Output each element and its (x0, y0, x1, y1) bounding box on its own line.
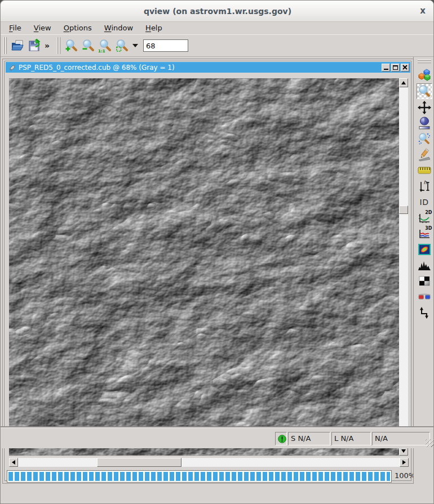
mars-terrain-image (9, 78, 399, 456)
menu-bar: File View Options Window Help (1, 22, 434, 34)
zoom-in-button[interactable] (63, 37, 80, 54)
scatter-plot-icon (418, 243, 431, 256)
menu-window[interactable]: Window (98, 22, 139, 34)
arrow-left-icon (12, 460, 15, 465)
progress-percent-label: 100% (395, 471, 415, 480)
menu-view[interactable]: View (28, 22, 57, 34)
viewport-minimize-button[interactable] (382, 64, 390, 72)
menu-options[interactable]: Options (57, 22, 98, 34)
toolbar-drag-handle[interactable] (3, 37, 7, 54)
save-export-icon (28, 39, 42, 52)
save-export-button[interactable] (26, 37, 43, 54)
spatial-plot-icon (418, 306, 431, 319)
resize-grip[interactable] (426, 439, 433, 447)
zoom-tool-button[interactable] (417, 83, 432, 99)
status-line: L N/A (331, 432, 371, 445)
status-sample: S N/A (288, 432, 330, 445)
window-titlebar[interactable]: qview (on astrovm1.wr.usgs.gov) x (1, 1, 434, 22)
plot-2d-label: 2D (425, 210, 432, 215)
arrow-down-icon (401, 449, 406, 453)
cube-viewport-window: PSP_RED5_0_corrected.cub @ 68% (Gray = 1… (5, 61, 411, 481)
id-tool-label: ID (420, 198, 429, 207)
spatial-plot-tool-button[interactable] (417, 305, 432, 320)
horizontal-scrollbar[interactable] (9, 458, 409, 467)
find-icon (418, 132, 431, 146)
status-value: N/A (372, 432, 430, 445)
zoom-in-icon (65, 39, 78, 52)
shadow-h-label: h (424, 180, 427, 185)
vertical-scroll-thumb[interactable] (399, 206, 408, 214)
zoom-out-button[interactable] (80, 37, 97, 54)
status-bar: S N/A L N/A N/A (1, 427, 434, 448)
zoom-actual-size-button[interactable]: 1:1 (97, 37, 114, 54)
load-progress-row: 100% (7, 470, 410, 483)
advanced-track-tool-button[interactable]: ID (417, 195, 432, 209)
mdi-workspace: PSP_RED5_0_corrected.cub @ 68% (Gray = 1… (1, 57, 434, 484)
zoom-dropdown-button[interactable] (131, 37, 140, 54)
viewport-title: PSP_RED5_0_corrected.cub @ 68% (Gray = 1… (19, 64, 382, 72)
warning-panel (275, 432, 287, 445)
ruler-icon (418, 165, 431, 176)
tool-palette-drag-handle[interactable] (418, 60, 431, 64)
plot-3d-tool-button[interactable]: 3D (417, 226, 432, 241)
measure-tool-button[interactable] (417, 163, 432, 178)
progress-bar-fill (8, 472, 390, 481)
zoom-fit-button[interactable] (114, 37, 131, 54)
pan-tool-button[interactable] (417, 100, 432, 115)
viewport-window-icon (8, 64, 16, 72)
tool-palette: h ID 2D (413, 57, 434, 484)
find-tool-button[interactable] (417, 132, 432, 146)
open-file-icon (11, 39, 25, 52)
progress-bar (7, 470, 392, 483)
plot-3d-label: 3D (425, 226, 432, 231)
scatter-plot-tool-button[interactable] (417, 242, 432, 257)
arrow-up-icon (401, 81, 406, 84)
minimize-icon (384, 69, 388, 70)
scroll-up-button[interactable] (399, 78, 408, 87)
edit-tool-button[interactable] (417, 148, 432, 162)
zoom-tool-icon (418, 84, 431, 98)
scroll-right-button[interactable] (400, 458, 409, 467)
main-toolbar: » 1:1 (1, 34, 434, 57)
dropdown-arrow-icon (132, 44, 138, 47)
zoom-toolbar-drag-handle[interactable] (57, 37, 60, 54)
zoom-fit-icon (116, 39, 129, 52)
arrow-right-icon (402, 460, 406, 465)
viewport-maximize-button[interactable] (391, 64, 400, 72)
zoom-level-input[interactable] (143, 39, 188, 52)
histogram-icon (418, 260, 431, 271)
viewport-titlebar[interactable]: PSP_RED5_0_corrected.cub @ 68% (Gray = 1… (6, 62, 410, 73)
stretch-icon (418, 117, 431, 130)
scroll-left-button[interactable] (9, 458, 18, 467)
menu-file[interactable]: File (3, 22, 28, 34)
pan-icon (418, 101, 431, 114)
mdi-area: PSP_RED5_0_corrected.cub @ 68% (Gray = 1… (2, 59, 413, 484)
stats-tool-button[interactable] (417, 274, 432, 288)
close-icon (402, 65, 408, 70)
menu-help[interactable]: Help (139, 22, 169, 34)
green-alert-icon (278, 435, 286, 443)
one-to-one-label: 1:1 (98, 49, 105, 53)
histogram-tool-button[interactable] (417, 258, 432, 273)
toolbar-overflow-chevron[interactable]: » (43, 41, 52, 50)
viewport-close-button[interactable] (401, 64, 409, 72)
stereo-glasses-icon (418, 292, 431, 302)
stereo-tool-button[interactable] (417, 289, 432, 304)
qview-window: qview (on astrovm1.wr.usgs.gov) x File V… (0, 0, 434, 504)
vertical-scrollbar[interactable] (399, 78, 408, 456)
plot-2d-tool-button[interactable]: 2D (417, 211, 432, 225)
sun-shadow-tool-button[interactable]: h (417, 179, 432, 194)
band-selection-tool-button[interactable] (417, 68, 432, 82)
horizontal-scroll-thumb[interactable] (97, 458, 181, 467)
open-file-button[interactable] (10, 37, 26, 54)
band-selection-icon (418, 68, 431, 82)
zoom-out-icon (82, 39, 95, 52)
cube-image-canvas[interactable] (9, 78, 399, 456)
window-close-icon[interactable]: x (420, 1, 426, 22)
stretch-tool-button[interactable] (417, 116, 432, 131)
window-title: qview (on astrovm1.wr.usgs.gov) (1, 1, 434, 22)
pencil-icon (418, 148, 431, 162)
maximize-icon (393, 65, 398, 70)
stats-icon (418, 275, 431, 287)
